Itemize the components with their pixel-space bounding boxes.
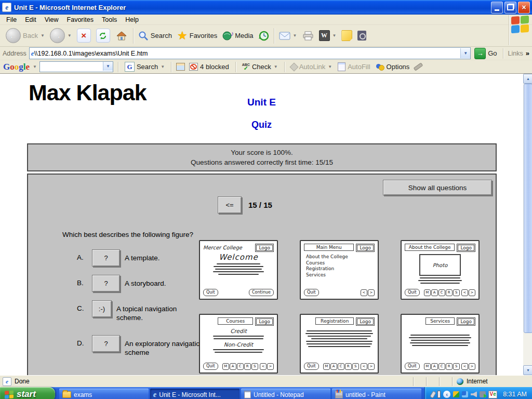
taskbar-item-paint[interactable]: untitled - Paint	[332, 389, 421, 399]
google-logo-dropdown-icon[interactable]: ▼	[33, 64, 37, 69]
google-logo[interactable]: Google	[3, 62, 30, 71]
spellcheck-button[interactable]: ABC✓ Check ▼	[241, 63, 280, 71]
sketch-line	[410, 335, 470, 336]
scrollbar-thumb[interactable]	[524, 84, 532, 333]
forward-dropdown-icon: ▼	[68, 33, 72, 38]
sketch-heading: Welcome	[203, 252, 274, 262]
check-dropdown-icon[interactable]: ▼	[274, 64, 278, 69]
taskbar-item-notepad[interactable]: Untitled - Notepad	[241, 389, 330, 399]
address-url[interactable]: \\192.168.0.1\images\exams\Unit E.htm	[34, 50, 461, 57]
sketch-services-page: Services Logo Quit	[401, 314, 480, 374]
sketch-key: M	[323, 363, 330, 370]
mail-button[interactable]: ▼	[276, 32, 300, 40]
forward-button[interactable]: → ▼	[47, 28, 74, 43]
quiz-title: Quiz	[0, 119, 523, 130]
popup-blocker-button[interactable]: 4 blocked	[188, 63, 231, 71]
google-search-button[interactable]: G Search ▼	[123, 62, 166, 72]
menu-help[interactable]: Help	[121, 16, 143, 24]
menu-edit[interactable]: Edit	[21, 16, 41, 24]
sketch-line	[418, 280, 462, 281]
taskbar-clock[interactable]: 8:31 AM	[503, 391, 527, 398]
edit-word-button[interactable]: W ▼	[316, 30, 339, 41]
google-search-dropdown-icon[interactable]: ▼	[103, 62, 113, 71]
start-label: start	[17, 389, 36, 399]
autofill-label: AutoFill	[348, 63, 370, 71]
address-separator	[503, 48, 503, 59]
pagerank-icon[interactable]	[176, 63, 185, 71]
messenger-button[interactable]	[339, 30, 355, 41]
network-icon[interactable]	[462, 391, 468, 397]
tray-app-icon[interactable]	[453, 391, 459, 397]
options-button[interactable]: Options	[375, 63, 411, 71]
start-button[interactable]: start	[0, 387, 55, 399]
autolink-button[interactable]: AutoLink ▼	[289, 63, 334, 71]
previous-question-button[interactable]: <=	[218, 196, 242, 214]
hide-icons-chevron-icon[interactable]: ‹	[443, 391, 450, 398]
menu-file[interactable]: File	[2, 16, 21, 24]
folder-icon	[62, 391, 71, 398]
sketch-prev-button: <	[461, 363, 468, 370]
status-bar: e Done Internet	[0, 375, 532, 387]
figure-storyboard: Mercer College Logo Welcome Quit Continu…	[199, 240, 480, 374]
sketch-prev-button: <	[361, 363, 367, 370]
refresh-button[interactable]	[94, 29, 113, 43]
taskbar-item-exams[interactable]: exams	[59, 389, 149, 399]
address-input[interactable]: e \\192.168.0.1\images\exams\Unit E.htm …	[29, 47, 471, 59]
microphone-icon[interactable]	[430, 391, 436, 398]
answer-row-d: D. ? An exploratory navigation scheme	[77, 335, 207, 357]
windows-logo-icon	[511, 16, 529, 33]
history-button[interactable]	[256, 31, 272, 41]
paint-icon	[335, 391, 343, 398]
links-chevron-icon[interactable]: »	[526, 49, 529, 57]
highlighter-icon[interactable]	[414, 62, 423, 71]
option-letter: C.	[77, 304, 92, 312]
question-text: Which best describes the following figur…	[62, 231, 193, 238]
close-icon: ×	[522, 4, 526, 11]
scroll-down-button[interactable]: ▼	[523, 365, 532, 375]
sketch-line	[214, 266, 263, 267]
back-label: Back	[23, 32, 38, 39]
scroll-up-button[interactable]: ▲	[523, 74, 532, 84]
toolbar-separator	[274, 28, 274, 44]
vertical-scrollbar[interactable]: ▲ ▼	[523, 74, 532, 375]
answer-d-button[interactable]: ?	[92, 335, 120, 352]
search-button[interactable]: Search	[136, 31, 175, 41]
research-button[interactable]	[355, 31, 369, 41]
go-button[interactable]: → Go	[473, 48, 498, 59]
minimize-button[interactable]	[491, 2, 503, 14]
close-button[interactable]: ×	[518, 2, 530, 14]
autofill-button[interactable]: AutoFill	[336, 62, 371, 71]
answer-c-button[interactable]: :-)	[92, 300, 112, 317]
links-label[interactable]: Links	[508, 50, 523, 57]
menu-tools[interactable]: Tools	[98, 16, 121, 24]
check-label: Check	[252, 63, 271, 71]
sketch-line	[308, 346, 370, 347]
print-button[interactable]	[300, 31, 316, 41]
show-all-questions-button[interactable]: Show all questions	[383, 180, 492, 195]
google-search-menu-icon[interactable]: ▼	[161, 64, 165, 69]
favorites-button[interactable]: ★ Favorites	[175, 30, 220, 42]
answer-b-button[interactable]: ?	[92, 275, 120, 292]
sketch-quit-button: Quit	[203, 289, 218, 296]
volume-icon[interactable]	[471, 391, 477, 397]
antivirus-icon[interactable]: Ve	[488, 391, 497, 398]
stop-button[interactable]: ×	[74, 29, 94, 43]
go-label: Go	[488, 49, 497, 57]
back-button[interactable]: ← Back ▼	[3, 28, 47, 43]
option-letter: B.	[77, 279, 92, 287]
notepad-icon	[244, 391, 251, 398]
popup-blocked-icon	[189, 63, 198, 71]
option-letter: A.	[77, 254, 92, 261]
restore-button[interactable]	[504, 2, 516, 14]
menu-favorites[interactable]: Favorites	[63, 16, 98, 24]
answer-a-button[interactable]: ?	[92, 249, 120, 267]
menu-view[interactable]: View	[41, 16, 63, 24]
taskbar-item-unit-e[interactable]: e Unit E - Microsoft Int...	[150, 389, 240, 399]
address-dropdown-button[interactable]: ▼	[460, 48, 470, 58]
language-bar-icon[interactable]	[437, 391, 441, 398]
google-search-input[interactable]: ▼	[39, 61, 113, 72]
home-button[interactable]	[113, 29, 131, 42]
scheduler-icon[interactable]	[480, 391, 486, 397]
answer-a-text: A template.	[125, 254, 207, 262]
media-button[interactable]: ♪ Media	[220, 31, 256, 41]
